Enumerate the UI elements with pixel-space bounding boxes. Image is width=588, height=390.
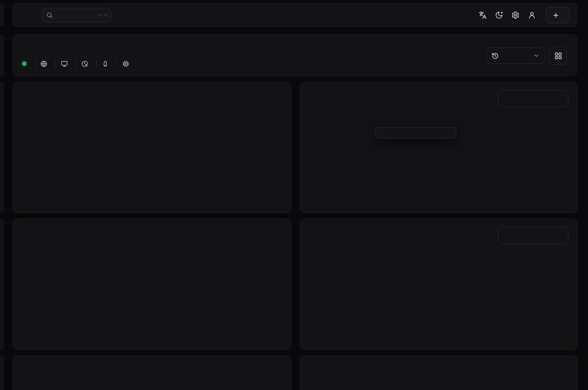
tux-penguin-icon [102,61,109,67]
docker-cpu-filter-input[interactable] [498,90,568,107]
docker-memory-filter-input[interactable] [498,227,568,244]
divider [117,60,117,67]
adjacent-card-edge [0,34,4,76]
chevron-down-icon [533,52,540,59]
disk-io-card [300,356,578,390]
status-item [22,61,30,66]
kbd-ctrl [98,14,102,16]
plus-icon [552,12,559,19]
cpu-usage-chart[interactable] [14,122,291,207]
adjacent-card-edge [0,82,4,213]
time-range-select[interactable] [486,47,545,64]
adjacent-card-edge [0,356,4,390]
memory-usage-card [12,219,291,350]
globe-icon [41,61,47,67]
search-shortcut [98,14,108,16]
divider [35,60,35,67]
system-header [12,34,577,76]
settings-button[interactable] [508,7,523,23]
search-icon [46,12,53,18]
adjacent-card-edge [0,219,4,350]
gear-icon [511,11,520,19]
kbd-k [104,14,108,16]
system-meta-row [22,60,132,67]
cpu-chip-icon [123,61,129,67]
cpu-usage-card [12,82,291,213]
layout-grid-button[interactable] [549,47,567,65]
divider [96,60,97,67]
status-dot [22,61,27,66]
uptime-item [82,61,91,67]
search-box[interactable] [42,8,111,23]
user-menu-button[interactable] [524,7,540,23]
cpu-model-item [123,61,132,67]
top-navigation-bar [12,3,577,27]
languages-icon [479,11,487,19]
divider [55,60,56,67]
docker-memory-usage-card [300,219,578,350]
monitor-icon [61,61,68,67]
history-clock-icon [492,52,499,59]
beszel-dashboard [0,0,588,390]
agent-host-item [41,61,50,67]
moon-star-icon [495,11,503,19]
divider [76,60,76,67]
kernel-item [102,61,111,67]
add-system-button[interactable] [545,7,570,23]
language-button[interactable] [475,7,490,23]
docker-cpu-usage-card [300,82,578,213]
memory-usage-chart[interactable] [14,258,291,344]
chart-tooltip [375,127,456,138]
clock-arrow-icon [82,61,88,67]
theme-toggle-button[interactable] [491,7,507,23]
disk-usage-card [12,356,291,390]
adjacent-card-edge [0,3,4,27]
layout-grid-icon [554,52,562,60]
docker-memory-usage-chart[interactable] [301,258,578,344]
user-icon [528,11,536,19]
hostname-item [61,61,70,67]
topbar-actions [475,7,570,23]
